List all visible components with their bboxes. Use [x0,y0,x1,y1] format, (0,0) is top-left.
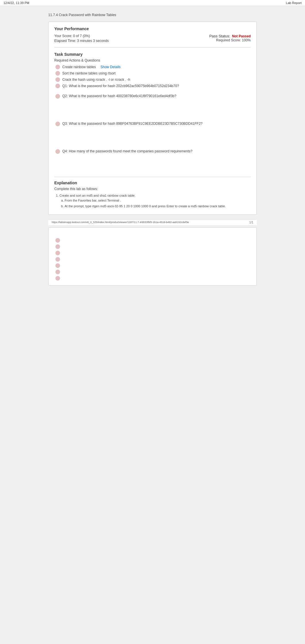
status-bar: 12/4/22, 11:39 PM Lab Report [0,0,305,6]
q3-text: Q3: What is the password for hash 89BF04… [62,122,202,126]
q3-icon [55,122,60,126]
explanation-sub-a-text: From the Favorites bar, select Terminal … [65,199,121,202]
divider-2 [54,177,251,177]
page-wrapper: 11.7.4 Crack Password with Rainbow Table… [45,6,260,291]
bottom-icon-row-1 [55,238,251,243]
divider-1 [54,47,251,47]
explanation-sub-a: From the Favorites bar, select Terminal … [65,198,251,203]
question-row-q2: Q2: What is the password for hash 400238… [55,94,251,99]
required-score: Required Score: 100% [209,38,251,42]
task-summary-title: Task Summary [54,52,251,57]
question-row-q3: Q3: What is the password for hash 89BF04… [55,122,251,126]
task-icon-1 [55,65,60,69]
bottom-icon-6 [55,270,60,274]
explanation-step-1-main: Create and sort an md5 and sha1 rainbow … [59,194,136,197]
bottom-icon-2 [55,244,60,249]
footer-pagination: 1/1 [249,221,253,224]
question-block-q3: Q3: What is the password for hash 89BF04… [54,122,251,126]
task-item-2: Sort the rainbow tables using rtsort [54,71,251,76]
page-title: Lab Report [286,1,302,5]
task-text-1: Create rainbow tables [62,65,96,69]
bottom-icon-3 [55,251,60,255]
bottom-icon-row-5 [55,263,251,268]
task-summary: Task Summary Required Actions & Question… [54,52,251,88]
required-label: Required Actions & Questions [54,58,251,62]
explanation-sub-b-text: At the prompt, type rtgen md5 ascii-32-9… [65,204,226,208]
explanation-title: Explanation [54,181,251,185]
question-block-q2: Q2: What is the password for hash 400238… [54,94,251,99]
bottom-icon-row-6 [55,270,251,274]
performance-row: Your Score: 0 of 7 (0%) Elapsed Time: 3 … [54,34,251,44]
bottom-icon-row-4 [55,257,251,262]
footer-bar: https://labsimapp.testout.com/v6_0_525/i… [48,219,257,225]
task-text-4: Q1: What is the password for hash 202cb9… [62,84,179,88]
question-block-q4: Q4: How many of the passwords found meet… [54,149,251,154]
bottom-icon-row-7 [55,276,251,281]
task-icon-2 [55,71,60,76]
bottom-icon-row-3 [55,251,251,255]
explanation-section: Explanation Complete this lab as follows… [54,181,251,209]
q4-text: Q4: How many of the passwords found meet… [62,149,192,153]
pass-status-label: Pass Status: [209,34,230,38]
q2-icon [55,94,60,99]
pass-status-row: Pass Status: Not Passed [209,34,251,38]
bottom-icon-1 [55,238,60,243]
explanation-step-1: Create and sort an md5 and sha1 rainbow … [59,193,251,209]
explanation-sub-b: At the prompt, type rtgen md5 ascii-32-9… [65,204,251,209]
explanation-text: Create and sort an md5 and sha1 rainbow … [54,193,251,209]
performance-left: Your Score: 0 of 7 (0%) Elapsed Time: 3 … [54,34,109,44]
performance-title: Your Performance [54,26,251,31]
footer-url: https://labsimapp.testout.com/v6_0_525/i… [52,221,189,224]
explanation-intro: Complete this lab as follows: [54,187,251,191]
bottom-icon-4 [55,257,60,262]
task-text-3: Crack the hash using rcrack . -l or rcra… [62,78,130,82]
question-row-q4: Q4: How many of the passwords found meet… [55,149,251,154]
pass-status-value: Not Passed [232,34,251,38]
elapsed-text: Elapsed Time: 3 minutes 3 seconds [54,39,109,43]
main-card: Your Performance Your Score: 0 of 7 (0%)… [48,22,257,215]
task-item-4: Q1: What is the password for hash 202cb9… [54,84,251,88]
bottom-section [48,227,257,285]
task-item-1: Create rainbow tables Show Details [54,65,251,69]
bottom-icon-7 [55,276,60,281]
task-item-3: Crack the hash using rcrack . -l or rcra… [54,77,251,82]
task-text-2: Sort the rainbow tables using rtsort [62,71,115,75]
breadcrumb: 11.7.4 Crack Password with Rainbow Table… [48,12,257,18]
show-details-link[interactable]: Show Details [101,65,121,69]
q4-icon [55,149,60,154]
bottom-icon-row-2 [55,244,251,249]
performance-right: Pass Status: Not Passed Required Score: … [209,34,251,43]
task-icon-4 [55,84,60,88]
q2-text: Q2: What is the password for hash 400238… [62,94,176,98]
score-text: Your Score: 0 of 7 (0%) [54,34,109,38]
datetime: 12/4/22, 11:39 PM [3,1,29,5]
task-icon-3 [55,77,60,82]
bottom-icons [54,238,251,281]
bottom-icon-5 [55,263,60,268]
